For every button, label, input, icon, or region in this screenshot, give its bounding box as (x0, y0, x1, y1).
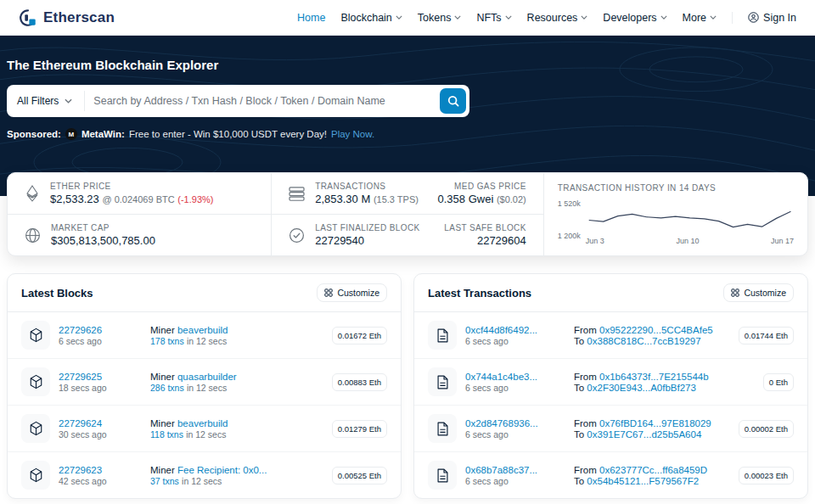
etherscan-logo[interactable]: Etherscan (19, 8, 115, 27)
block-time: in 12 secs (186, 429, 226, 440)
block-number-link[interactable]: 22729625 (59, 372, 107, 382)
transactions-label: TRANSACTIONS (315, 182, 419, 191)
transaction-row: 0x2d84768936... 6 secs ago From 0x76fBD1… (414, 405, 807, 451)
all-filters-dropdown[interactable]: All Filters (7, 91, 85, 111)
miner-link[interactable]: Fee Recipient: 0x0... (177, 465, 267, 475)
txn-hash-link[interactable]: 0x744a1c4be3... (465, 372, 537, 382)
from-address-link[interactable]: 0x95222290...5CC4BAfe5 (599, 325, 713, 335)
miner-label: Miner (150, 372, 175, 382)
to-address-link[interactable]: 0x2F30E943...A0fbBf273 (587, 383, 696, 393)
user-icon (748, 12, 759, 23)
block-number-link[interactable]: 22729626 (59, 325, 102, 335)
block-time: in 12 secs (182, 476, 222, 486)
block-txns-link[interactable]: 37 txns (150, 476, 179, 486)
nav-developers[interactable]: Developers (603, 12, 666, 24)
to-label: To (574, 476, 584, 486)
search-button[interactable] (440, 88, 466, 114)
block-reward-badge: 0.00525 Eth (332, 467, 387, 484)
ether-price-label: ETHER PRICE (50, 182, 213, 191)
from-label: From (574, 372, 597, 382)
block-cube-icon (21, 321, 50, 350)
chart-x-axis: Jun 3 Jun 10 Jun 17 (586, 237, 794, 245)
grid-icon (731, 288, 739, 297)
nav-home[interactable]: Home (297, 12, 325, 24)
miner-link[interactable]: beaverbuild (177, 418, 228, 428)
nav-tokens[interactable]: Tokens (418, 12, 462, 24)
tps-value: (15.3 TPS) (374, 194, 419, 204)
network-stats-card: ETHER PRICE $2,533.23 @ 0.024069 BTC (-1… (7, 172, 808, 256)
chevron-down-icon (454, 15, 461, 20)
nav-resources-label: Resources (527, 12, 578, 24)
from-address-link[interactable]: 0x623777Cc...ff6a8459D (599, 465, 707, 475)
latest-blocks-title: Latest Blocks (21, 287, 93, 300)
txn-value-badge: 0.01744 Eth (739, 327, 794, 344)
etherscan-homepage: Etherscan Home Blockchain Tokens NFTs Re… (0, 0, 815, 499)
brand-name: Etherscan (43, 9, 115, 26)
grid-icon (324, 288, 333, 297)
chart-title: TRANSACTION HISTORY IN 14 DAYS (558, 183, 794, 193)
miner-link[interactable]: quasarbuilder (177, 372, 237, 382)
block-status-stats: LAST FINALIZED BLOCK 22729540 LAST SAFE … (272, 214, 543, 255)
nav-nfts[interactable]: NFTs (476, 12, 511, 24)
block-number-link[interactable]: 22729623 (59, 465, 107, 475)
transactions-value[interactable]: 2,853.30 M (315, 193, 370, 205)
txn-value-badge: 0.00002 Eth (739, 420, 794, 438)
transaction-row: 0x68b7a88c37... 6 secs ago From 0x623777… (414, 451, 807, 498)
to-address-link[interactable]: 0x388C818C...7ccB19297 (587, 336, 700, 346)
txn-hash-link[interactable]: 0x2d84768936... (465, 418, 538, 428)
sign-in-label: Sign In (763, 12, 796, 24)
txn-hash-link[interactable]: 0x68b7a88c37... (465, 465, 537, 475)
ethereum-icon (25, 185, 40, 202)
last-finalized-value[interactable]: 22729540 (315, 234, 419, 247)
txns-customize-button[interactable]: Customize (723, 283, 794, 302)
nav-blockchain[interactable]: Blockchain (340, 12, 402, 24)
txn-value-badge: 0.00023 Eth (739, 467, 794, 484)
sign-in-button[interactable]: Sign In (748, 12, 796, 24)
txn-age: 6 secs ago (465, 383, 537, 393)
latest-transactions-panel: Latest Transactions Customize 0xcf44d8f6… (413, 273, 808, 499)
search-icon (447, 95, 459, 107)
sponsor-text: Free to enter - Win $10,000 USDT every D… (129, 129, 327, 139)
block-age: 6 secs ago (59, 336, 102, 346)
med-gas-value[interactable]: 0.358 Gwei (438, 193, 494, 205)
miner-label: Miner (150, 465, 175, 475)
txn-hash-link[interactable]: 0xcf44d8f6492... (465, 325, 537, 335)
chevron-down-icon (581, 15, 587, 20)
customize-label: Customize (337, 288, 379, 298)
play-now-link[interactable]: Play Now. (331, 129, 374, 139)
block-number-link[interactable]: 22729624 (59, 418, 107, 428)
blocks-customize-button[interactable]: Customize (317, 283, 387, 302)
ether-price-value[interactable]: $2,533.23 (50, 193, 99, 205)
nav-divider (732, 12, 733, 24)
to-label: To (574, 383, 584, 393)
transactions-gas-stats: TRANSACTIONS 2,853.30 M (15.3 TPS) MED G… (272, 173, 543, 214)
block-reward-badge: 0.01672 Eth (332, 327, 387, 344)
to-label: To (574, 429, 584, 440)
nav-resources[interactable]: Resources (527, 12, 588, 24)
sparkline-chart (586, 198, 794, 235)
to-address-link[interactable]: 0x391E7C67...d25b5A604 (587, 429, 701, 440)
metawin-icon: M (65, 128, 77, 140)
block-txns-link[interactable]: 178 txns (150, 336, 184, 346)
market-cap-value[interactable]: $305,813,500,785.00 (51, 234, 155, 247)
all-filters-label: All Filters (17, 95, 59, 107)
from-address-link[interactable]: 0x1b64373f...7E215544b (599, 372, 709, 382)
last-safe-value[interactable]: 22729604 (444, 234, 526, 247)
miner-label: Miner (150, 418, 175, 428)
x-tick-2: Jun 17 (771, 237, 794, 245)
block-txns-link[interactable]: 118 txns (150, 429, 183, 440)
block-time: in 12 secs (187, 383, 227, 393)
nav-home-label: Home (297, 12, 325, 24)
block-txns-link[interactable]: 286 txns (150, 383, 184, 393)
to-address-link[interactable]: 0x54b45121...F579567F2 (587, 476, 699, 486)
sponsor-name: MetaWin: (82, 129, 125, 139)
miner-link[interactable]: beaverbuild (177, 325, 228, 335)
nav-more[interactable]: More (683, 12, 717, 24)
chevron-down-icon (660, 15, 667, 20)
search-bar: All Filters (7, 85, 469, 117)
from-address-link[interactable]: 0x76fBD164...97E818029 (599, 418, 711, 428)
x-tick-1: Jun 10 (676, 237, 699, 245)
sponsored-banner: Sponsored: M MetaWin: Free to enter - Wi… (7, 128, 808, 140)
search-input[interactable] (85, 95, 440, 107)
nav-nfts-label: NFTs (476, 12, 501, 24)
